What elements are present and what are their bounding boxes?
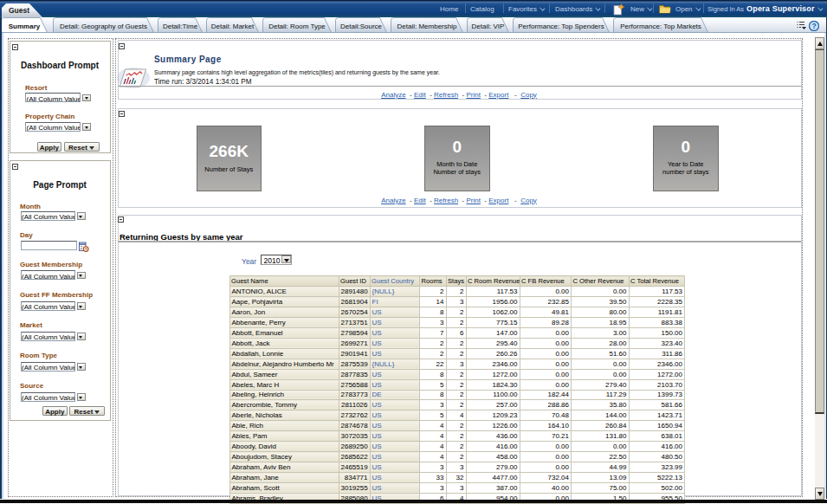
svg-text:Detail: Geography of Guests: Detail: Geography of Guests: [60, 23, 147, 30]
svg-text:Detail: Membership: Detail: Membership: [397, 23, 457, 30]
svg-text:?: ?: [811, 22, 816, 30]
svg-text:Detail:Time: Detail:Time: [163, 23, 198, 30]
svg-text:Detail: VIP: Detail: VIP: [472, 23, 505, 30]
svg-text:Performance: Top Spenders: Performance: Top Spenders: [518, 23, 604, 30]
svg-text:Performance: Top Markets: Performance: Top Markets: [620, 23, 701, 30]
svg-text:Summary: Summary: [9, 23, 41, 30]
svg-text:2: 2: [80, 244, 82, 249]
svg-text:Detail:Source: Detail:Source: [340, 23, 383, 30]
svg-text:Detail: Room Type: Detail: Room Type: [268, 23, 326, 30]
svg-text:Detail: Market: Detail: Market: [211, 23, 255, 30]
